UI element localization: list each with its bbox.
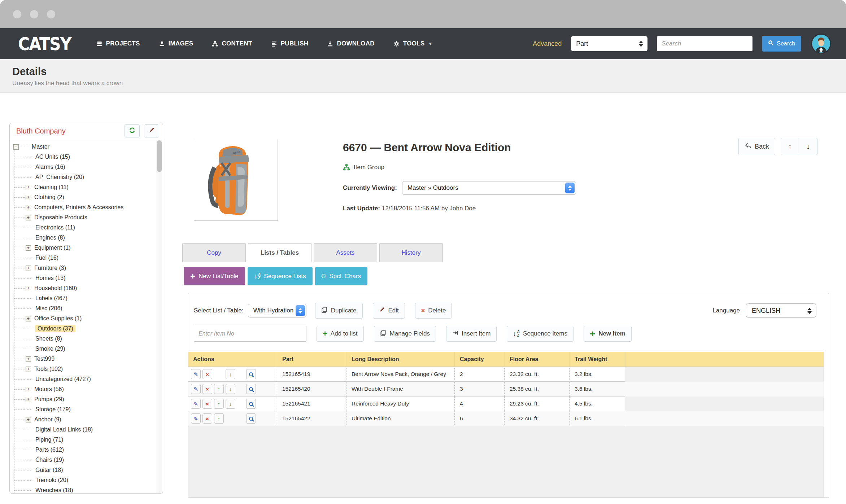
expand-plus-icon[interactable]: + bbox=[26, 316, 31, 321]
sequence-items-button[interactable]: ↓AZ Sequence Items bbox=[507, 326, 574, 342]
tree-item-label[interactable]: Parts (612) bbox=[35, 447, 64, 453]
expand-plus-icon[interactable]: + bbox=[26, 266, 31, 271]
tree-root[interactable]: − Master bbox=[12, 142, 156, 152]
row-view-button[interactable] bbox=[246, 399, 256, 409]
tab-history[interactable]: History bbox=[379, 243, 443, 262]
special-chars-button[interactable]: © Spcl. Chars bbox=[315, 267, 367, 285]
row-view-button[interactable] bbox=[246, 369, 256, 379]
window-dot-icon[interactable] bbox=[13, 10, 21, 18]
nav-item-content[interactable]: CONTENT bbox=[212, 40, 252, 47]
tree-item[interactable]: Guitar (18) bbox=[12, 465, 156, 475]
edit-list-button[interactable]: Edit bbox=[373, 303, 405, 319]
tree-item[interactable]: +Equipment (1) bbox=[12, 243, 156, 253]
row-delete-button[interactable]: × bbox=[202, 384, 212, 394]
prev-item-button[interactable]: ↑ bbox=[781, 138, 799, 155]
tree-item[interactable]: Labels (467) bbox=[12, 293, 156, 303]
tree-item-label[interactable]: Misc (206) bbox=[35, 305, 62, 312]
tree-item[interactable]: +Cleaning (11) bbox=[12, 182, 156, 192]
expand-plus-icon[interactable]: + bbox=[26, 397, 31, 402]
advanced-link[interactable]: Advanced bbox=[533, 40, 562, 48]
tree-item-label[interactable]: Outdoors (37) bbox=[35, 325, 75, 332]
tree-item-label[interactable]: Computers, Printers & Accessories bbox=[34, 204, 123, 211]
language-select[interactable]: ENGLISH bbox=[746, 303, 816, 318]
tree-item-label[interactable]: Storage (179) bbox=[35, 406, 71, 413]
expand-plus-icon[interactable]: + bbox=[26, 195, 31, 200]
expand-plus-icon[interactable]: + bbox=[26, 387, 31, 392]
tree-item-label[interactable]: Disposable Products bbox=[34, 214, 87, 221]
list-select[interactable]: With Hydration bbox=[248, 304, 306, 317]
window-dot-icon[interactable] bbox=[30, 10, 38, 18]
tree-item[interactable]: Piping (71) bbox=[12, 435, 156, 445]
tree-scrollbar[interactable] bbox=[156, 140, 162, 493]
tree-item-label[interactable]: Chairs (19) bbox=[35, 457, 64, 463]
tree-item[interactable]: Chairs (19) bbox=[12, 455, 156, 465]
tree-item-label[interactable]: Labels (467) bbox=[35, 295, 67, 302]
tree-item-label[interactable]: Alarms (16) bbox=[35, 164, 65, 170]
tree-item-label[interactable]: Wrenches (18) bbox=[35, 487, 73, 493]
collapse-minus-icon[interactable]: − bbox=[13, 144, 19, 150]
delete-list-button[interactable]: × Delete bbox=[415, 303, 452, 319]
row-move-down-button[interactable]: ↓ bbox=[226, 384, 235, 394]
catsy-logo[interactable]: CATSY bbox=[18, 33, 71, 54]
tree-item[interactable]: Outdoors (37) bbox=[12, 324, 156, 334]
tree-item-label[interactable]: Cleaning (11) bbox=[34, 184, 69, 190]
tree-item-label[interactable]: Pumps (29) bbox=[34, 396, 64, 403]
tree-item[interactable]: Fuel (16) bbox=[12, 253, 156, 263]
tree-item[interactable]: Sheets (8) bbox=[12, 334, 156, 344]
expand-plus-icon[interactable]: + bbox=[26, 205, 31, 210]
search-type-select[interactable]: Part bbox=[571, 36, 647, 51]
tree-item[interactable]: Parts (612) bbox=[12, 445, 156, 455]
tree-item[interactable]: Digital Load Links (18) bbox=[12, 425, 156, 435]
search-input[interactable] bbox=[657, 36, 753, 51]
nav-item-projects[interactable]: PROJECTS bbox=[96, 40, 140, 47]
nav-item-publish[interactable]: PUBLISH bbox=[271, 40, 309, 47]
nav-item-tools[interactable]: TOOLS ▾ bbox=[393, 40, 432, 47]
tree-item-label[interactable]: Uncategorized (4727) bbox=[35, 376, 91, 382]
row-move-down-button[interactable]: ↓ bbox=[226, 369, 235, 379]
row-move-up-button[interactable]: ↑ bbox=[214, 399, 224, 409]
expand-plus-icon[interactable]: + bbox=[26, 185, 31, 190]
tree-item-label[interactable]: Sheets (8) bbox=[35, 336, 62, 342]
tree-item[interactable]: Homes (13) bbox=[12, 273, 156, 283]
duplicate-button[interactable]: Duplicate bbox=[315, 303, 363, 319]
tree-item-label[interactable]: Office Supplies (1) bbox=[34, 315, 82, 322]
row-delete-button[interactable]: × bbox=[202, 399, 212, 409]
tree-item-label[interactable]: Anchor (9) bbox=[34, 416, 61, 423]
manage-fields-button[interactable]: Manage Fields bbox=[374, 326, 436, 342]
row-move-up-button[interactable]: ↑ bbox=[214, 384, 224, 394]
tree-item[interactable]: AP_Chemistry (20) bbox=[12, 172, 156, 182]
expand-plus-icon[interactable]: + bbox=[26, 367, 31, 372]
tree-item-label[interactable]: Tremolo (20) bbox=[35, 477, 68, 483]
item-number-input[interactable] bbox=[194, 326, 306, 342]
expand-plus-icon[interactable]: + bbox=[26, 356, 31, 362]
insert-item-button[interactable]: Insert Item bbox=[446, 326, 497, 342]
tree-item-label[interactable]: Electronics (11) bbox=[35, 224, 75, 231]
tree-item-label[interactable]: AC Units (15) bbox=[35, 154, 70, 160]
row-view-button[interactable] bbox=[246, 413, 256, 424]
tree-item[interactable]: +Motors (56) bbox=[12, 384, 156, 394]
tree-item-label[interactable]: Tools (102) bbox=[34, 366, 63, 372]
tree-item[interactable]: Wrenches (18) bbox=[12, 485, 156, 493]
tree-item-label[interactable]: Furniture (3) bbox=[34, 265, 66, 271]
tree-root-label[interactable]: Master bbox=[32, 144, 49, 150]
tree-item[interactable]: Alarms (16) bbox=[12, 162, 156, 172]
row-delete-button[interactable]: × bbox=[202, 369, 212, 379]
sequence-lists-button[interactable]: ↓AZ Sequence Lists bbox=[248, 267, 313, 285]
tree-item[interactable]: +Test999 bbox=[12, 354, 156, 364]
tree-item[interactable]: Engines (8) bbox=[12, 233, 156, 243]
tree-item-label[interactable]: Fuel (16) bbox=[35, 255, 58, 261]
row-edit-button[interactable]: ✎ bbox=[191, 369, 201, 379]
edit-tree-button[interactable] bbox=[144, 124, 159, 137]
tab-copy[interactable]: Copy bbox=[182, 243, 246, 262]
scrollbar-thumb[interactable] bbox=[157, 140, 162, 172]
row-edit-button[interactable]: ✎ bbox=[191, 413, 201, 424]
expand-plus-icon[interactable]: + bbox=[26, 215, 31, 220]
tree-item[interactable]: +Anchor (9) bbox=[12, 415, 156, 425]
nav-item-download[interactable]: DOWNLOAD bbox=[327, 40, 374, 47]
tree-item[interactable]: +Computers, Printers & Accessories bbox=[12, 202, 156, 212]
tree-item-label[interactable]: Equipment (1) bbox=[34, 245, 71, 251]
back-button[interactable]: Back bbox=[738, 138, 775, 155]
tree-item[interactable]: Smoke (29) bbox=[12, 344, 156, 354]
tree-item[interactable]: +Tools (102) bbox=[12, 364, 156, 374]
tree-item[interactable]: AC Units (15) bbox=[12, 152, 156, 162]
